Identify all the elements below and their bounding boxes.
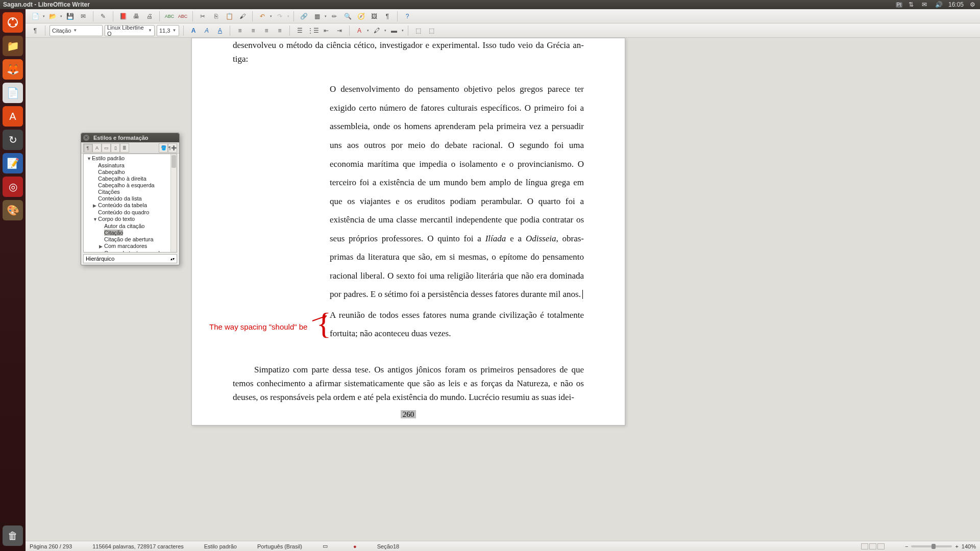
nonprinting-button[interactable]: ¶ xyxy=(382,11,393,22)
software-center-icon[interactable]: A xyxy=(3,106,23,127)
updates-icon[interactable]: ↻ xyxy=(3,130,23,150)
tree-item[interactable]: Cabeçalho xyxy=(84,169,177,176)
tab-char-styles[interactable]: A xyxy=(92,143,102,153)
files-icon[interactable]: 📁 xyxy=(3,36,23,56)
tree-item[interactable]: ▶Conteúdo da tabela xyxy=(84,202,177,209)
scrollbar[interactable] xyxy=(170,154,177,252)
align-left-button[interactable]: ≡ xyxy=(234,25,246,36)
save-button[interactable]: 💾 xyxy=(64,11,76,22)
char-button[interactable]: ⬚ xyxy=(426,25,437,36)
paste-button[interactable]: 📋 xyxy=(224,11,235,22)
tree-item[interactable]: Autor da citação xyxy=(84,223,177,230)
tab-page-styles[interactable]: ▯ xyxy=(111,143,120,153)
view-multi-button[interactable] xyxy=(869,543,876,549)
tree-item[interactable]: ▼Estilo padrão xyxy=(84,155,177,162)
open-button[interactable]: 📂 xyxy=(47,11,58,22)
tree-item[interactable]: Citação de abertura xyxy=(84,236,177,243)
increase-indent-button[interactable]: ⇥ xyxy=(334,25,345,36)
bg-color-button[interactable]: ▬ xyxy=(388,25,400,36)
clone-format-button[interactable]: 🖌 xyxy=(237,11,248,22)
firefox-icon[interactable]: 🦊 xyxy=(3,59,23,80)
writer-icon[interactable]: 📝 xyxy=(3,153,23,173)
zoom-in-button[interactable]: + xyxy=(955,543,958,549)
align-justify-button[interactable]: ≡ xyxy=(274,25,285,36)
tab-paragraph-styles[interactable]: ¶ xyxy=(83,143,92,153)
fill-format-button[interactable]: 🪣 xyxy=(159,143,168,153)
status-style[interactable]: Estilo padrão xyxy=(204,543,237,549)
status-language[interactable]: Português (Brasil) xyxy=(257,543,302,549)
email-button[interactable]: ✉ xyxy=(78,11,89,22)
tree-expand-icon[interactable]: ▼ xyxy=(93,216,98,223)
trash-icon[interactable]: 🗑 xyxy=(3,525,23,546)
redo-button[interactable]: ↷ xyxy=(274,11,285,22)
dash-icon[interactable] xyxy=(3,12,23,33)
print-button[interactable]: 🖨 xyxy=(144,11,155,22)
align-right-button[interactable]: ≡ xyxy=(261,25,272,36)
highlight-button[interactable]: 🖍 xyxy=(371,25,382,36)
styles-tree[interactable]: ▼Estilo padrãoAssinaturaCabeçalhoCabeçal… xyxy=(83,154,177,253)
tab-list-styles[interactable]: ≣ xyxy=(120,143,129,153)
zoom-slider[interactable] xyxy=(911,545,952,547)
italic-button[interactable]: A xyxy=(201,25,212,36)
status-insert-mode[interactable]: ▭ xyxy=(323,543,333,549)
export-pdf-button[interactable]: 📕 xyxy=(117,11,129,22)
underline-button[interactable]: A xyxy=(214,25,226,36)
sound-icon[interactable]: 🔊 xyxy=(935,1,942,8)
help-button[interactable]: ? xyxy=(402,11,413,22)
tree-item[interactable]: Citação xyxy=(84,230,177,236)
new-style-button[interactable]: ¶➕ xyxy=(168,143,177,153)
copy-button[interactable]: ⎘ xyxy=(210,11,222,22)
scrollbar-thumb[interactable] xyxy=(172,155,176,168)
zoom-out-button[interactable]: − xyxy=(905,543,908,549)
decrease-indent-button[interactable]: ⇤ xyxy=(321,25,332,36)
tab-frame-styles[interactable]: ▭ xyxy=(102,143,111,153)
bold-button[interactable]: A xyxy=(188,25,199,36)
zoom-slider-thumb[interactable] xyxy=(932,544,936,549)
zoom-percent[interactable]: 140% xyxy=(962,543,976,549)
styles-filter-combo[interactable]: Hierárquico ▴▾ xyxy=(83,254,177,263)
styles-panel[interactable]: ✕ Estilos e formatação ¶ A ▭ ▯ ≣ 🪣 ¶➕ ▼E… xyxy=(81,133,180,265)
cut-button[interactable]: ✂ xyxy=(197,11,208,22)
align-center-button[interactable]: ≡ xyxy=(248,25,259,36)
new-button[interactable]: 📄 xyxy=(30,11,41,22)
gallery-button[interactable]: 🖼 xyxy=(369,11,380,22)
paragraph-style-combo[interactable]: Citação▼ xyxy=(50,25,103,36)
font-color-button[interactable]: A xyxy=(354,25,365,36)
numbered-list-button[interactable]: ☰ xyxy=(294,25,305,36)
mail-icon[interactable]: ✉ xyxy=(922,1,929,8)
tree-item[interactable]: Citações xyxy=(84,189,177,195)
tree-item[interactable]: Cabeçalho à esquerda xyxy=(84,182,177,189)
clock[interactable]: 16:05 xyxy=(948,1,964,8)
status-words[interactable]: 115664 palavras, 728917 caracteres xyxy=(92,543,184,549)
keyboard-indicator[interactable]: Pt xyxy=(896,2,902,8)
undo-button[interactable]: ↶ xyxy=(257,11,268,22)
status-section[interactable]: Seção18 xyxy=(377,543,399,549)
print-preview-button[interactable]: 🖶 xyxy=(131,11,142,22)
tree-item[interactable]: Corpo de texto recuado xyxy=(84,250,177,253)
page-text-area[interactable]: desenvolveu o método da ciência cético, … xyxy=(233,38,584,394)
document-icon[interactable]: 📄 xyxy=(3,83,23,103)
show-draw-button[interactable]: ✏ xyxy=(329,11,340,22)
styles-panel-titlebar[interactable]: ✕ Estilos e formatação xyxy=(81,133,179,142)
edit-button[interactable]: ✎ xyxy=(97,11,109,22)
network-icon[interactable]: ⇅ xyxy=(909,1,916,8)
view-book-button[interactable] xyxy=(877,543,885,549)
gear-icon[interactable]: ⚙ xyxy=(970,1,977,8)
bullet-list-button[interactable]: ⋮☰ xyxy=(307,25,318,36)
table-button[interactable]: ▦ xyxy=(311,11,323,22)
navigator-button[interactable]: 🧭 xyxy=(355,11,366,22)
tree-item[interactable]: Conteúdo do quadro xyxy=(84,209,177,216)
view-single-button[interactable] xyxy=(861,543,868,549)
tree-expand-icon[interactable]: ▶ xyxy=(99,243,104,250)
font-size-combo[interactable]: 11,3▼ xyxy=(157,25,179,36)
styles-button[interactable]: ¶ xyxy=(30,25,41,36)
tree-item[interactable]: ▶Com marcadores xyxy=(84,243,177,250)
tree-item[interactable]: Cabeçalho à direita xyxy=(84,176,177,182)
tree-item[interactable]: ▼Corpo do texto xyxy=(84,216,177,223)
status-signature[interactable]: ● xyxy=(353,543,357,549)
select-all-button[interactable]: ⬚ xyxy=(412,25,424,36)
tree-item[interactable]: Conteúdo da lista xyxy=(84,195,177,202)
close-icon[interactable]: ✕ xyxy=(83,135,89,141)
font-name-combo[interactable]: Linux Libertine O▼ xyxy=(105,25,155,36)
document-canvas[interactable]: desenvolveu o método da ciência cético, … xyxy=(26,38,980,541)
